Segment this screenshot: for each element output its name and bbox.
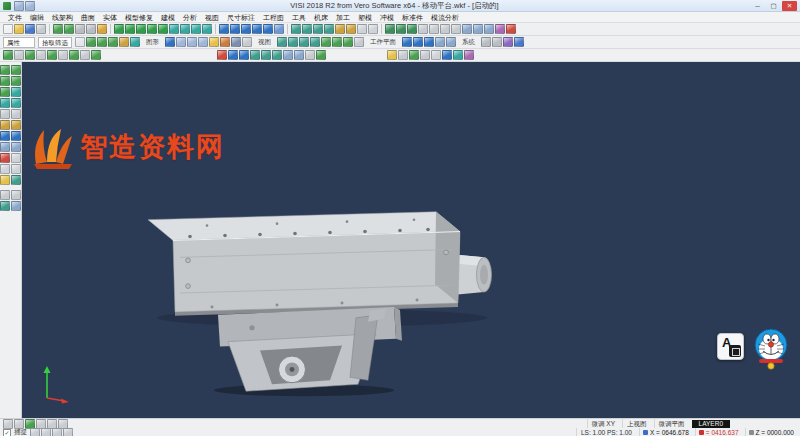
boolean-icon[interactable] (241, 24, 251, 34)
shaded-icon[interactable] (385, 24, 395, 34)
menu-item[interactable]: 加工 (332, 12, 354, 23)
curve-icon[interactable] (158, 24, 168, 34)
wireframe-icon[interactable] (396, 24, 406, 34)
save-file-icon[interactable] (25, 24, 35, 34)
shell-icon[interactable] (274, 24, 284, 34)
offset-curve-icon[interactable] (11, 98, 21, 108)
browser-icon[interactable] (453, 50, 463, 60)
hide-tool-icon[interactable] (11, 201, 21, 211)
grid-icon[interactable] (242, 37, 252, 47)
measure-icon[interactable] (335, 24, 345, 34)
workplane-xz-icon[interactable] (413, 37, 423, 47)
select-edge-icon[interactable] (97, 37, 107, 47)
system-calculator-icon[interactable] (492, 37, 502, 47)
system-macro-icon[interactable] (503, 37, 513, 47)
move-icon[interactable] (291, 24, 301, 34)
angle-icon[interactable] (52, 428, 62, 436)
sketch-line-icon[interactable] (11, 65, 21, 75)
rotate-icon[interactable] (302, 24, 312, 34)
menu-item[interactable]: 尺寸标注 (223, 12, 259, 23)
project-curve-icon[interactable] (0, 131, 10, 141)
select-arrow-icon[interactable] (75, 37, 85, 47)
pan-icon[interactable] (451, 24, 461, 34)
sketch-rect-icon[interactable] (11, 76, 21, 86)
pick-filter-combo[interactable]: 拾取筛选 (38, 37, 72, 48)
point-icon[interactable] (114, 24, 124, 34)
attribute-table-icon[interactable] (442, 50, 452, 60)
cut-icon[interactable] (75, 24, 85, 34)
zoom-window-tool-icon[interactable] (0, 190, 10, 200)
intersect-curve-icon[interactable] (11, 131, 21, 141)
units-icon[interactable] (41, 428, 51, 436)
rotate-ccw-icon[interactable] (272, 50, 282, 60)
shaded-mode-icon[interactable] (165, 37, 175, 47)
menu-item[interactable]: 标准件 (398, 12, 427, 23)
transparent-mode-icon[interactable] (198, 37, 208, 47)
notes-icon[interactable] (431, 50, 441, 60)
pan-view-icon[interactable] (332, 37, 342, 47)
paste-icon[interactable] (97, 24, 107, 34)
front-view-icon[interactable] (473, 24, 483, 34)
lock-icon[interactable] (63, 428, 73, 436)
zoom-all-tool-icon[interactable] (11, 190, 21, 200)
menu-item[interactable]: 视图 (201, 12, 223, 23)
undo-icon[interactable] (53, 24, 63, 34)
plugins-icon[interactable] (464, 50, 474, 60)
zoom-extents-icon[interactable] (305, 50, 315, 60)
pick-chain-icon[interactable] (130, 37, 140, 47)
sketch-spline-icon[interactable] (0, 98, 10, 108)
history-panel-icon[interactable] (420, 50, 430, 60)
maximize-button[interactable]: ▢ (766, 1, 781, 11)
dim-vertical-icon[interactable] (0, 164, 10, 174)
grid-toggle-icon[interactable] (14, 419, 24, 429)
sketch-ellipse-icon[interactable] (11, 87, 21, 97)
iso-ne-icon[interactable] (283, 50, 293, 60)
snap-perpendicular-icon[interactable] (80, 50, 90, 60)
menu-item[interactable]: 冲模 (376, 12, 398, 23)
view-iso-icon[interactable] (310, 37, 320, 47)
ucs-icon[interactable] (239, 50, 249, 60)
text-icon[interactable] (357, 24, 367, 34)
orbit-tool-icon[interactable] (0, 201, 10, 211)
hatch-2d-icon[interactable] (11, 175, 21, 185)
zoom-view-icon[interactable] (343, 37, 353, 47)
workplane-align-icon[interactable] (446, 37, 456, 47)
snap-mode-icon[interactable] (30, 428, 40, 436)
filter-icon[interactable] (119, 37, 129, 47)
menu-item[interactable]: 分析 (179, 12, 201, 23)
settings-icon[interactable] (495, 24, 505, 34)
menu-item[interactable]: 模型修复 (121, 12, 157, 23)
view-cube-icon[interactable] (250, 50, 260, 60)
menu-item[interactable]: 模流分析 (427, 12, 463, 23)
snap-quadrant-icon[interactable] (58, 50, 68, 60)
iso-nw-icon[interactable] (294, 50, 304, 60)
new-file-icon[interactable] (3, 24, 13, 34)
circle-icon[interactable] (147, 24, 157, 34)
close-button[interactable]: ✕ (782, 1, 797, 11)
zoom-in-icon[interactable] (418, 24, 428, 34)
open-file-icon[interactable] (14, 24, 24, 34)
help-icon[interactable] (506, 24, 516, 34)
snap-node-icon[interactable] (91, 50, 101, 60)
quick-save-icon[interactable] (14, 1, 24, 11)
snap-checkbox[interactable]: ✓ (3, 429, 11, 436)
view-name-indicator[interactable]: 上视图 (622, 419, 651, 428)
model-main-block[interactable] (148, 212, 460, 312)
line-icon[interactable] (125, 24, 135, 34)
snap-endpoint-icon[interactable] (14, 50, 24, 60)
rotate-view-icon[interactable] (321, 37, 331, 47)
surface-icon[interactable] (180, 24, 190, 34)
wireframe-mode-icon[interactable] (176, 37, 186, 47)
explode-icon[interactable] (0, 153, 10, 163)
zoom-out-icon[interactable] (429, 24, 439, 34)
sketch-circle-icon[interactable] (0, 87, 10, 97)
cplane-icon[interactable] (228, 50, 238, 60)
menu-item[interactable]: 曲面 (77, 12, 99, 23)
background-icon[interactable] (231, 37, 241, 47)
refresh-icon[interactable] (316, 50, 326, 60)
rotate-cw-icon[interactable] (261, 50, 271, 60)
plane-indicator[interactable]: 微调平面 (654, 419, 689, 428)
dim-diameter-icon[interactable] (11, 164, 21, 174)
menu-item[interactable]: 机床 (310, 12, 332, 23)
snap-grid-icon[interactable] (3, 50, 13, 60)
